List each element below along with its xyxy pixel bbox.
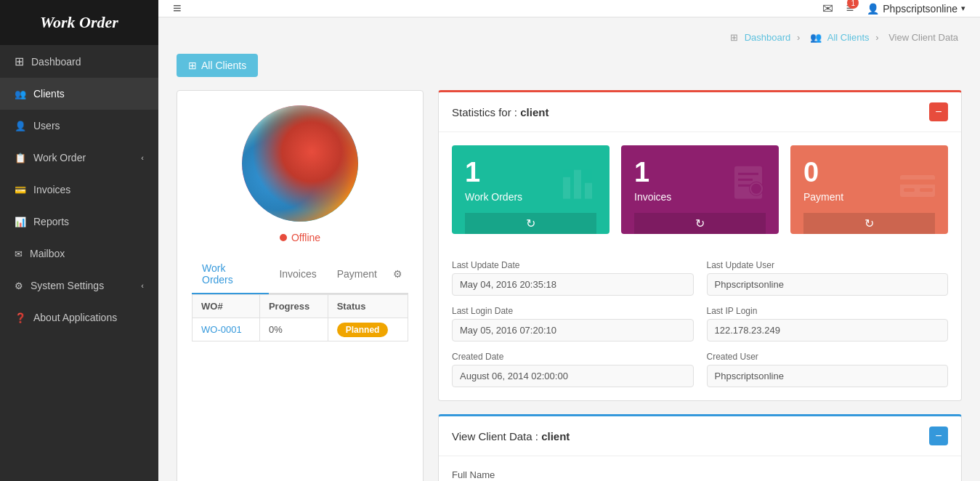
workorder-chevron-icon: ‹: [141, 153, 144, 162]
info-grid: Last Update Date May 04, 2016 20:35:18 L…: [439, 247, 961, 400]
info-last-update-user: Last Update User Phpscriptsonline: [707, 260, 949, 296]
sidebar-item-clients[interactable]: Clients: [0, 78, 158, 110]
stat-chart-icon: [559, 163, 599, 208]
users-icon: [15, 119, 26, 132]
sidebar-item-system-settings[interactable]: System Settings ‹: [0, 270, 158, 302]
last-login-date-value: May 05, 2016 07:20:10: [452, 319, 694, 341]
topnav-right: ✉ ≡ 1 👤 Phpscriptsonline ▾: [822, 1, 965, 17]
app-logo: Work Order: [0, 0, 158, 45]
stat-payment-footer[interactable]: ↻: [803, 213, 935, 234]
last-ip-login-label: Last IP Login: [707, 306, 949, 316]
sidebar-item-reports[interactable]: Reports: [0, 206, 158, 238]
tab-settings-gear-icon[interactable]: [387, 261, 408, 287]
stat-work-orders-footer[interactable]: ↻: [465, 213, 596, 234]
user-icon: 👤: [867, 3, 879, 15]
breadcrumb-current: View Client Data: [888, 32, 958, 43]
sidebar-item-mailbox[interactable]: Mailbox: [0, 238, 158, 270]
last-update-user-value: Phpscriptsonline: [707, 273, 949, 296]
clients-icon: [15, 87, 26, 100]
breadcrumb-sep2: ›: [875, 32, 881, 43]
svg-rect-12: [920, 188, 933, 192]
svg-rect-0: [563, 177, 570, 199]
stat-invoice-icon: [729, 163, 769, 208]
stat-box-payment: 0 Payment ↻: [790, 145, 948, 234]
notifications-icon[interactable]: ≡ 1: [846, 1, 854, 16]
breadcrumb-sep1: ›: [797, 32, 803, 43]
svg-rect-4: [738, 173, 758, 175]
settings-icon: [15, 279, 23, 292]
statistics-header: Statistics for : client −: [439, 92, 961, 132]
wo-link[interactable]: WO-0001: [201, 324, 242, 335]
mailbox-icon: [15, 247, 23, 260]
breadcrumb: ⊞ Dashboard › 👥 All Clients › View Clien…: [177, 32, 962, 43]
stat-payment-icon: [898, 163, 938, 207]
breadcrumb-icon: ⊞: [730, 32, 738, 43]
sidebar-item-workorder[interactable]: Work Order ‹: [0, 142, 158, 174]
svg-rect-5: [738, 179, 753, 181]
status-dot: [280, 234, 287, 241]
sidebar-item-invoices[interactable]: Invoices: [0, 174, 158, 206]
created-user-value: Phpscriptsonline: [707, 365, 949, 387]
sidebar-label-users: Users: [33, 120, 60, 132]
sidebar-item-dashboard[interactable]: Dashboard: [0, 45, 158, 78]
info-last-ip-login: Last IP Login 122.178.23.249: [707, 306, 949, 341]
svg-rect-9: [900, 175, 935, 197]
all-clients-label: All Clients: [201, 60, 246, 71]
left-panel: Offline Work Orders Invoices Payment WO#…: [177, 90, 424, 481]
statistics-client-name: client: [520, 106, 548, 118]
svg-rect-1: [574, 170, 581, 199]
invoices-icon: [15, 183, 26, 196]
table-row: WO-0001 0% Planned: [193, 318, 408, 341]
svg-rect-2: [585, 183, 592, 199]
sidebar-label-about-applications: About Applications: [33, 312, 117, 323]
sidebar-label-workorder: Work Order: [33, 152, 86, 163]
sidebar-item-users[interactable]: Users: [0, 110, 158, 142]
main-content: ✉ ≡ 1 👤 Phpscriptsonline ▾ ⊞ Dashboard ›…: [158, 0, 980, 481]
tab-work-orders[interactable]: Work Orders: [192, 255, 269, 294]
last-update-user-label: Last Update User: [707, 260, 949, 270]
stat-box-work-orders: 1 Work Orders ↻: [452, 145, 610, 234]
sidebar-label-reports: Reports: [33, 216, 69, 227]
avatar: [242, 105, 358, 222]
svg-rect-11: [904, 188, 915, 192]
created-user-label: Created User: [707, 352, 949, 362]
svg-rect-10: [900, 179, 935, 185]
info-created-date: Created Date August 06, 2014 02:00:00: [452, 352, 694, 387]
last-ip-login-value: 122.178.23.249: [707, 319, 949, 341]
last-update-date-label: Last Update Date: [452, 260, 694, 270]
wo-link-cell: WO-0001: [193, 318, 260, 341]
hamburger-icon[interactable]: [173, 0, 182, 17]
created-date-value: August 06, 2014 02:00:00: [452, 365, 694, 387]
created-date-label: Created Date: [452, 352, 694, 362]
settings-chevron-icon: ‹: [141, 281, 144, 290]
status-badge: Planned: [337, 323, 389, 337]
form-group-full-name: Full Name: [452, 469, 948, 481]
sidebar-label-mailbox: Mailbox: [30, 248, 65, 259]
sidebar-item-about-applications[interactable]: About Applications: [0, 302, 158, 334]
sidebar-label-dashboard: Dashboard: [31, 56, 81, 68]
breadcrumb-dashboard[interactable]: Dashboard: [745, 32, 791, 43]
all-clients-button[interactable]: ⊞ All Clients: [177, 54, 258, 77]
stat-invoices-footer[interactable]: ↻: [634, 213, 766, 234]
info-created-user: Created User Phpscriptsonline: [707, 352, 949, 387]
two-column-layout: Offline Work Orders Invoices Payment WO#…: [177, 90, 962, 481]
page-content: ⊞ Dashboard › 👥 All Clients › View Clien…: [158, 17, 980, 481]
email-icon[interactable]: ✉: [822, 1, 833, 17]
work-orders-table: WO# Progress Status WO-0001 0% Planned: [192, 294, 408, 341]
tab-payment[interactable]: Payment: [327, 261, 387, 287]
view-client-collapse-button[interactable]: −: [929, 427, 948, 445]
last-login-date-label: Last Login Date: [452, 306, 694, 316]
topnav: ✉ ≡ 1 👤 Phpscriptsonline ▾: [158, 0, 980, 17]
stat-box-invoices: 1 Invoices: [621, 145, 779, 234]
breadcrumb-all-clients[interactable]: All Clients: [827, 32, 870, 43]
notification-badge: 1: [847, 0, 859, 9]
tab-invoices[interactable]: Invoices: [269, 261, 326, 287]
statistics-title: Statistics for : client: [452, 106, 548, 118]
statistics-card: Statistics for : client − 1 Work Orders: [438, 90, 962, 401]
sidebar: Work Order Dashboard Clients Users Work …: [0, 0, 158, 481]
statistics-collapse-button[interactable]: −: [929, 102, 948, 121]
table-header-wo: WO#: [193, 295, 260, 318]
about-icon: [15, 311, 26, 324]
user-menu[interactable]: 👤 Phpscriptsonline ▾: [867, 3, 965, 15]
stat-boxes: 1 Work Orders ↻: [439, 132, 961, 247]
